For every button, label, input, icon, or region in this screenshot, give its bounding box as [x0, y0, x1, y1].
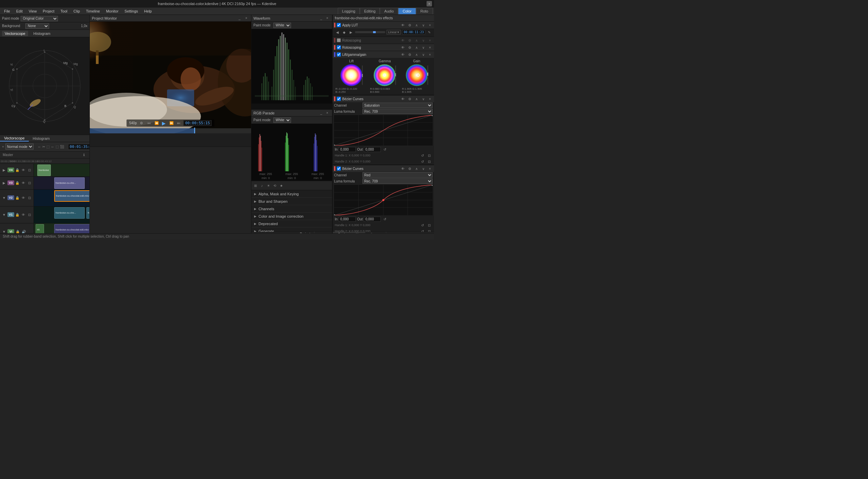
effect-roto2-delete[interactable]: ×: [427, 45, 433, 50]
bezier1-channel-select[interactable]: Saturation Red Green Blue: [363, 103, 433, 108]
effect-lut-arrow-down[interactable]: ∨: [420, 22, 426, 28]
gamma-wheel-svg[interactable]: [373, 64, 396, 87]
effect-lut-config[interactable]: ⚙: [407, 22, 412, 28]
monitor-rewind[interactable]: ⏪: [154, 121, 159, 126]
track-v3-toggle[interactable]: ▶: [1, 180, 7, 186]
waveform-pm-select[interactable]: White: [273, 23, 291, 28]
bezier1-delete[interactable]: ×: [427, 96, 433, 102]
track-v4-eye[interactable]: 👁: [21, 167, 26, 173]
effect-lut-arrow-up[interactable]: ∧: [414, 22, 419, 28]
rgb-pm-select[interactable]: White: [273, 117, 291, 123]
waveform-close[interactable]: ×: [325, 16, 330, 21]
bezier1-enabled[interactable]: [337, 97, 341, 101]
menu-tool[interactable]: Tool: [58, 8, 70, 14]
rgb-close[interactable]: ×: [325, 110, 330, 116]
effect-lgg-up[interactable]: ∧: [414, 52, 419, 57]
effect-cat-generate[interactable]: ▶ Generate: [251, 227, 332, 232]
track-v1-eye[interactable]: 👁: [21, 212, 26, 217]
effect-cat-deprecated[interactable]: ▶ Deprecated: [251, 220, 332, 227]
monitor-prev-frame[interactable]: ⏮: [146, 121, 152, 126]
tab-roto[interactable]: Roto: [416, 8, 433, 14]
track-v3-mute[interactable]: ⊡: [27, 180, 32, 186]
lut-type-select[interactable]: Linear ▾: [387, 30, 401, 35]
timeline-btn-6[interactable]: ⬛: [60, 144, 64, 149]
bezier1-handle1-lock[interactable]: ⊡: [427, 153, 432, 158]
effect-roto1-up[interactable]: ∧: [414, 38, 419, 43]
effects-btn-2[interactable]: ♪: [259, 183, 265, 188]
effect-roto2-down[interactable]: ∨: [420, 45, 426, 50]
gain-wheel-svg[interactable]: [405, 64, 428, 87]
menu-settings[interactable]: Settings: [122, 8, 141, 14]
track-v1-lock[interactable]: 🔒: [15, 212, 20, 217]
bezier2-channel-select[interactable]: Red Saturation Green Blue: [363, 172, 433, 178]
track-v4-mute[interactable]: ⊡: [27, 167, 32, 173]
clip-v2-main[interactable]: framboise-ou-chocolat-edit.mkv: [54, 190, 89, 202]
tab-vectorscope[interactable]: Vectorscope: [2, 31, 28, 36]
track-v3-lock[interactable]: 🔒: [15, 180, 20, 186]
effect-roto1-delete[interactable]: ×: [427, 38, 433, 43]
clip-v1-2[interactable]: framboise-ou-cho...: [86, 207, 89, 219]
menu-help[interactable]: Help: [141, 8, 154, 14]
monitor-play[interactable]: ▶: [161, 121, 167, 126]
lift-wheel-svg[interactable]: [340, 64, 363, 87]
clip-v3-1[interactable]: framboise-ou-cho...: [54, 177, 85, 189]
lut-next-kf[interactable]: ▶: [348, 29, 354, 35]
bezier2-handle2-lock[interactable]: ⊡: [427, 228, 432, 232]
effect-cat-color[interactable]: ▶ Color and Image correction: [251, 213, 332, 220]
track-v2-mute[interactable]: ⊡: [27, 195, 32, 200]
bezier1-graph[interactable]: [334, 115, 433, 146]
timeline-add-track[interactable]: +: [2, 144, 4, 149]
tab-histogram[interactable]: Histogram: [31, 31, 53, 36]
effect-cat-blur[interactable]: ▶ Blur and Sharpen: [251, 198, 332, 205]
effect-lgg-config[interactable]: ⚙: [407, 52, 412, 57]
master-info-btn[interactable]: ℹ: [81, 152, 87, 157]
bezier2-delete[interactable]: ×: [427, 166, 433, 171]
effect-roto1-enabled[interactable]: [337, 38, 341, 42]
effect-roto1-down[interactable]: ∨: [420, 38, 426, 43]
track-v1-mute[interactable]: ⊡: [27, 212, 32, 217]
monitor-fast-forward[interactable]: ⏩: [169, 121, 174, 126]
effect-roto1-config[interactable]: ⚙: [407, 38, 412, 43]
effect-lgg-delete[interactable]: ×: [427, 52, 433, 57]
track-v2-toggle[interactable]: ▼: [1, 195, 7, 200]
menu-file[interactable]: File: [1, 8, 13, 14]
bezier1-handle1-reset[interactable]: ↺: [420, 153, 425, 158]
bezier2-luma-select[interactable]: Rec. 709: [363, 178, 433, 184]
menu-view[interactable]: View: [26, 8, 40, 14]
bezier1-luma-select[interactable]: Rec. 709: [363, 109, 433, 114]
timeline-btn-1[interactable]: ↔: [38, 144, 41, 149]
monitor-play-settings[interactable]: ⚙: [139, 121, 144, 126]
lut-prev-kf[interactable]: ◀: [335, 29, 340, 35]
close-button[interactable]: ×: [427, 1, 432, 6]
menu-monitor[interactable]: Monitor: [103, 8, 121, 14]
timeline-btn-5[interactable]: ⬚: [56, 144, 59, 149]
bezier2-reset[interactable]: ↺: [382, 216, 388, 222]
paint-mode-select[interactable]: Original Color: [21, 16, 58, 21]
effect-lgg-eye[interactable]: 👁: [400, 52, 406, 57]
effect-roto2-up[interactable]: ∧: [414, 45, 419, 50]
effect-lut-enabled[interactable]: [337, 23, 341, 27]
bezier1-handle2-lock[interactable]: ⊡: [427, 159, 432, 164]
timeline-btn-2[interactable]: ✂: [42, 144, 45, 149]
track-v2-lock[interactable]: 🔒: [15, 195, 20, 200]
tab-color[interactable]: Color: [398, 8, 416, 14]
bezier1-eye[interactable]: 👁: [400, 96, 406, 102]
bezier2-in-field[interactable]: [339, 217, 356, 222]
menu-timeline[interactable]: Timeline: [83, 8, 103, 14]
timeline-btn-3[interactable]: ⬚: [46, 144, 49, 149]
effect-lut-eye[interactable]: 👁: [400, 22, 406, 28]
timeline-mode-select[interactable]: Normal mode: [5, 144, 34, 150]
effect-roto2-config[interactable]: ⚙: [407, 45, 412, 50]
tab-logging[interactable]: Logging: [338, 8, 360, 14]
bezier2-eye[interactable]: 👁: [400, 166, 406, 171]
effects-btn-3[interactable]: ☀: [266, 183, 271, 188]
bezier2-config[interactable]: ⚙: [407, 166, 412, 171]
rgb-minimize[interactable]: _: [318, 110, 324, 116]
clip-v1-1[interactable]: framboise-ou-cho...: [54, 207, 85, 219]
bezier2-up[interactable]: ∧: [414, 166, 419, 171]
track-v4-toggle[interactable]: ▶: [1, 167, 7, 173]
menu-clip[interactable]: Clip: [71, 8, 83, 14]
lut-timecode-edit[interactable]: ✎: [427, 29, 432, 35]
background-select[interactable]: None: [25, 23, 49, 29]
menu-edit[interactable]: Edit: [14, 8, 25, 14]
